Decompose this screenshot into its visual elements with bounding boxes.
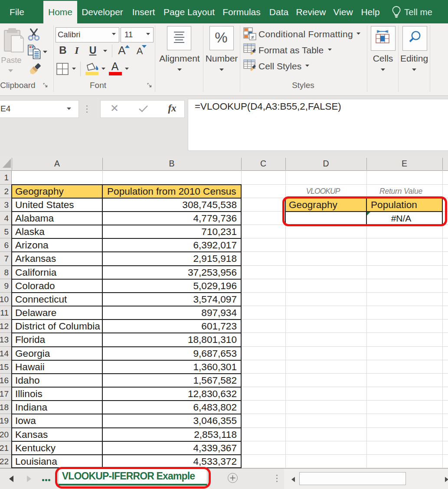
svg-text:≠: ≠ [251, 34, 254, 40]
